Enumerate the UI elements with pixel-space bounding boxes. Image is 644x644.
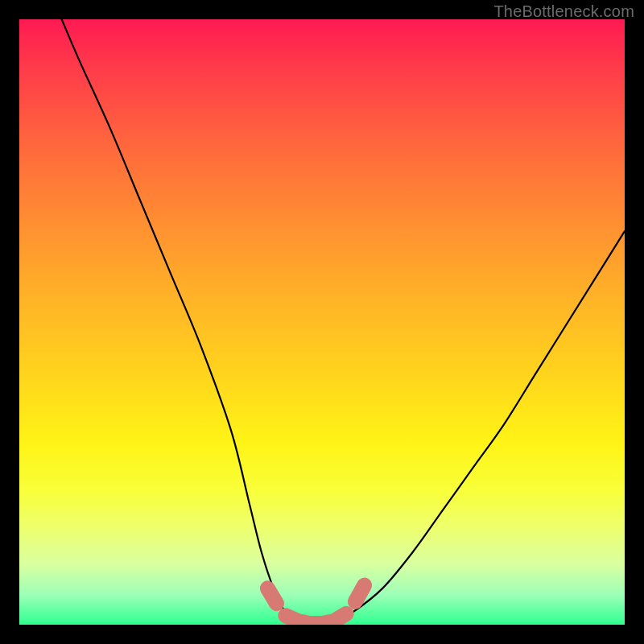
optimal-range-highlight — [267, 585, 364, 623]
highlight-segment — [286, 613, 346, 623]
highlight-segment — [355, 585, 364, 601]
chart-svg — [19, 19, 625, 625]
chart-frame: TheBottleneck.com — [0, 0, 644, 644]
watermark-text: TheBottleneck.com — [493, 2, 634, 21]
bottleneck-curve — [62, 19, 625, 625]
highlight-segment — [267, 588, 276, 604]
plot-area — [19, 19, 625, 625]
curve-path — [62, 19, 625, 625]
